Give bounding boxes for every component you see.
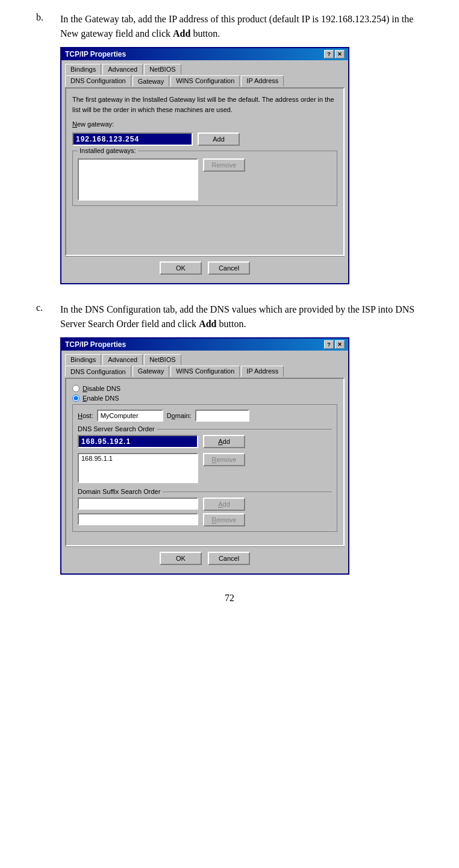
new-gateway-label-rest: ew gateway: (77, 120, 114, 128)
enable-dns-row: Enable DNS (72, 395, 337, 402)
tab-advanced[interactable]: Advanced (102, 64, 143, 75)
step-c-text: In the DNS Configuration tab, add the DN… (60, 302, 423, 331)
dns-search-order-line (157, 429, 332, 429)
installed-gateways-group: Installed gateways: Remove (72, 151, 337, 206)
dialog1-titlebar: TCP/IP Properties ? ✕ (61, 48, 348, 60)
suffix-remove-button[interactable]: Remove (203, 513, 245, 526)
dns-server-listbox[interactable]: 168.95.1.1 (78, 453, 198, 483)
dns-server-input[interactable] (78, 435, 198, 448)
dialog1-wrapper: TCP/IP Properties ? ✕ Bindings Advanced … (60, 47, 423, 284)
installed-gateways-listbox[interactable] (78, 158, 198, 201)
host-domain-row: Host: Domain: (78, 410, 332, 422)
tab2-gateway[interactable]: Gateway (133, 366, 169, 377)
installed-gateways-label: Installed gateways: (78, 147, 138, 154)
dialog1-tab-row1: Bindings Advanced NetBIOS (65, 64, 345, 74)
step-c-text-part2: button. (216, 319, 246, 329)
dialog2-footer: OK Cancel (65, 546, 345, 570)
dialog2-wrapper: TCP/IP Properties ? ✕ Bindings Advanced … (60, 337, 423, 575)
step-c-letter: c. (36, 302, 60, 331)
domain-input[interactable] (195, 410, 249, 422)
dialog2-titlebar-buttons: ? ✕ (324, 340, 345, 349)
enable-dns-group: Host: Domain: DNS Server Search Order (72, 404, 337, 532)
dialog1-gateway-input-row: Add (72, 133, 337, 146)
dialog2-cancel-button[interactable]: Cancel (208, 552, 250, 565)
suffix-input-2[interactable] (78, 513, 198, 525)
page-number: 72 (36, 593, 423, 604)
tab2-dns-config[interactable]: DNS Configuration (65, 366, 131, 377)
step-b-text-part2: button. (190, 28, 220, 39)
dialog1-cancel-button[interactable]: Cancel (208, 261, 250, 275)
dialog1-remove-button[interactable]: Remove (203, 158, 245, 172)
dialog2-tab-row2: DNS Configuration Gateway WINS Configura… (65, 366, 345, 376)
dialog1-titlebar-buttons: ? ✕ (324, 50, 345, 58)
tab2-netbios[interactable]: NetBIOS (144, 354, 181, 365)
dialog1-tab-content: The first gateway in the Installed Gatew… (65, 87, 345, 256)
dialog1-title: TCP/IP Properties (65, 50, 126, 58)
new-gateway-input[interactable] (72, 133, 193, 146)
dialog2-close-button[interactable]: ✕ (335, 340, 345, 349)
dialog1-info-text: The first gateway in the Installed Gatew… (72, 95, 337, 114)
tab-netbios[interactable]: NetBIOS (144, 64, 181, 75)
dns-remove-button[interactable]: Remove (203, 453, 245, 466)
dialog2-body: Bindings Advanced NetBIOS DNS Configurat… (61, 351, 348, 573)
host-label: Host: (78, 412, 93, 419)
dialog1-new-gateway-label: New gateway: (72, 120, 114, 128)
dialog1-close-button[interactable]: ✕ (335, 50, 345, 58)
dialog2-tab-row1: Bindings Advanced NetBIOS (65, 354, 345, 364)
tab2-advanced[interactable]: Advanced (102, 354, 143, 365)
disable-dns-row: Disable DNS (72, 385, 337, 392)
dialog1: TCP/IP Properties ? ✕ Bindings Advanced … (60, 47, 349, 284)
step-b-text: In the Gateway tab, add the IP address o… (60, 12, 423, 41)
enable-dns-radio[interactable] (72, 395, 80, 402)
tab-bindings[interactable]: Bindings (65, 64, 101, 75)
tab2-ip-address[interactable]: IP Address (241, 366, 284, 377)
dialog2-title: TCP/IP Properties (65, 340, 126, 349)
tab-dns-config[interactable]: DNS Configuration (65, 75, 131, 87)
enable-dns-label: Enable DNS (83, 395, 119, 402)
dialog2-titlebar: TCP/IP Properties ? ✕ (61, 339, 348, 351)
tab2-bindings[interactable]: Bindings (65, 354, 101, 365)
domain-suffix-label: Domain Suffix Search Order (78, 488, 332, 495)
new-gateway-underline: N (72, 120, 77, 128)
tab-wins-config[interactable]: WINS Configuration (170, 75, 240, 87)
domain-suffix-line (163, 492, 332, 492)
tab2-wins-config[interactable]: WINS Configuration (170, 366, 240, 377)
tab-gateway[interactable]: Gateway (133, 75, 169, 87)
suffix-section: Add Remove (78, 498, 332, 526)
dialog1-gateway-row: New gateway: (72, 120, 337, 128)
dialog1-body: Bindings Advanced NetBIOS DNS Configurat… (61, 60, 348, 283)
step-b-letter: b. (36, 12, 60, 41)
suffix-add-button[interactable]: Add (203, 498, 245, 511)
dialog2-help-button[interactable]: ? (324, 340, 334, 349)
dialog1-footer: OK Cancel (65, 256, 345, 279)
dialog1-ok-button[interactable]: OK (160, 261, 202, 275)
disable-dns-radio[interactable] (72, 385, 80, 392)
domain-label: Domain: (167, 412, 192, 419)
dns-list-item: 168.95.1.1 (79, 454, 197, 463)
suffix-inputs (78, 498, 198, 525)
dns-input-row: Add (78, 435, 332, 448)
suffix-buttons: Add Remove (203, 498, 245, 526)
host-input[interactable] (97, 410, 163, 422)
dialog2-tab-content: Disable DNS Enable DNS Host: Domain: (65, 378, 345, 546)
dialog2: TCP/IP Properties ? ✕ Bindings Advanced … (60, 337, 349, 575)
suffix-input-1[interactable] (78, 498, 198, 510)
step-b-text-part1: In the Gateway tab, add the IP address o… (60, 14, 413, 39)
dns-list-row: 168.95.1.1 Remove (78, 453, 332, 483)
step-b: b. In the Gateway tab, add the IP addres… (36, 12, 423, 284)
dialog1-tab-row2: DNS Configuration Gateway WINS Configura… (65, 75, 345, 86)
step-b-bold: Add (173, 28, 190, 39)
step-c-bold: Add (199, 319, 216, 329)
dialog1-add-button[interactable]: Add (198, 133, 240, 146)
tab-ip-address[interactable]: IP Address (241, 75, 284, 87)
dns-search-order-label: DNS Server Search Order (78, 425, 332, 432)
disable-dns-label: Disable DNS (83, 385, 120, 392)
dialog1-help-button[interactable]: ? (324, 50, 334, 58)
dialog2-ok-button[interactable]: OK (160, 552, 202, 565)
step-c: c. In the DNS Configuration tab, add the… (36, 302, 423, 575)
dns-add-button[interactable]: Add (203, 435, 245, 448)
